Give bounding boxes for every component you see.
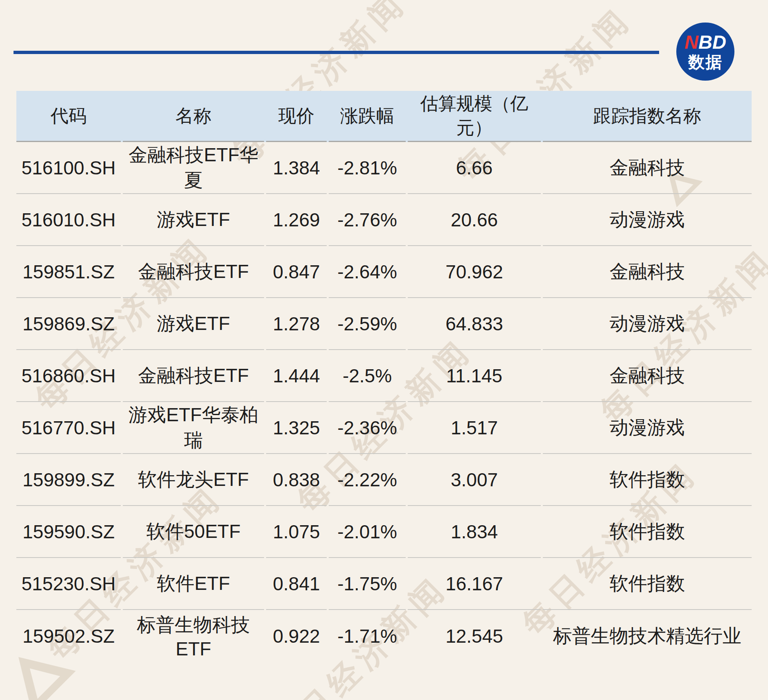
- cell-index: 动漫游戏: [543, 194, 752, 246]
- table-row: 516860.SH 金融科技ETF 1.444 -2.5% 11.145 金融科…: [16, 350, 752, 402]
- cell-name: 游戏ETF华泰柏瑞: [123, 402, 264, 454]
- cell-change: -1.71%: [329, 610, 406, 662]
- cell-index: 动漫游戏: [543, 402, 752, 454]
- cell-scale: 64.833: [408, 298, 541, 350]
- cell-scale: 16.167: [408, 558, 541, 610]
- cell-price: 1.384: [266, 142, 327, 194]
- cell-name: 标普生物科技ETF: [123, 610, 264, 662]
- nbd-logo: NBD 数据: [676, 23, 734, 81]
- cell-name: 软件50ETF: [123, 506, 264, 558]
- column-header-scale: 估算规模（亿元）: [408, 91, 541, 142]
- cell-code: 515230.SH: [16, 558, 121, 610]
- column-header-index: 跟踪指数名称: [543, 91, 752, 142]
- cell-change: -2.22%: [329, 454, 406, 506]
- cell-change: -1.75%: [329, 558, 406, 610]
- table-header-row: 代码 名称 现价 涨跌幅 估算规模（亿元） 跟踪指数名称: [16, 91, 752, 142]
- cell-code: 159502.SZ: [16, 610, 121, 662]
- cell-change: -2.59%: [329, 298, 406, 350]
- cell-price: 1.075: [266, 506, 327, 558]
- cell-index: 动漫游戏: [543, 298, 752, 350]
- cell-change: -2.64%: [329, 246, 406, 298]
- cell-name: 金融科技ETF华夏: [123, 142, 264, 194]
- cell-name: 软件ETF: [123, 558, 264, 610]
- column-header-change: 涨跌幅: [329, 91, 406, 142]
- cell-change: -2.01%: [329, 506, 406, 558]
- cell-name: 金融科技ETF: [123, 350, 264, 402]
- nbd-logo-text: NBD: [684, 32, 726, 52]
- cell-scale: 20.66: [408, 194, 541, 246]
- cell-index: 标普生物技术精选行业: [543, 610, 752, 662]
- table-row: 159851.SZ 金融科技ETF 0.847 -2.64% 70.962 金融…: [16, 246, 752, 298]
- etf-table: 代码 名称 现价 涨跌幅 估算规模（亿元） 跟踪指数名称 516100.SH 金…: [16, 91, 752, 662]
- cell-price: 0.922: [266, 610, 327, 662]
- cell-index: 软件指数: [543, 506, 752, 558]
- cell-change: -2.5%: [329, 350, 406, 402]
- cell-scale: 1.517: [408, 402, 541, 454]
- cell-code: 516770.SH: [16, 402, 121, 454]
- table-row: 159590.SZ 软件50ETF 1.075 -2.01% 1.834 软件指…: [16, 506, 752, 558]
- cell-code: 516010.SH: [16, 194, 121, 246]
- cell-scale: 70.962: [408, 246, 541, 298]
- table-row: 516770.SH 游戏ETF华泰柏瑞 1.325 -2.36% 1.517 动…: [16, 402, 752, 454]
- cell-code: 159851.SZ: [16, 246, 121, 298]
- cell-name: 游戏ETF: [123, 194, 264, 246]
- column-header-code: 代码: [16, 91, 121, 142]
- cell-price: 0.838: [266, 454, 327, 506]
- cell-code: 159869.SZ: [16, 298, 121, 350]
- header-divider-line: [14, 51, 659, 54]
- table-row: 159899.SZ 软件龙头ETF 0.838 -2.22% 3.007 软件指…: [16, 454, 752, 506]
- table-body: 516100.SH 金融科技ETF华夏 1.384 -2.81% 6.66 金融…: [16, 142, 752, 662]
- cell-code: 516860.SH: [16, 350, 121, 402]
- column-header-name: 名称: [123, 91, 264, 142]
- table-row: 159869.SZ 游戏ETF 1.278 -2.59% 64.833 动漫游戏: [16, 298, 752, 350]
- cell-price: 1.325: [266, 402, 327, 454]
- cell-scale: 6.66: [408, 142, 541, 194]
- cell-scale: 11.145: [408, 350, 541, 402]
- cell-scale: 12.545: [408, 610, 541, 662]
- table-row: 159502.SZ 标普生物科技ETF 0.922 -1.71% 12.545 …: [16, 610, 752, 662]
- cell-index: 金融科技: [543, 246, 752, 298]
- column-header-price: 现价: [266, 91, 327, 142]
- table-row: 516010.SH 游戏ETF 1.269 -2.76% 20.66 动漫游戏: [16, 194, 752, 246]
- cell-change: -2.81%: [329, 142, 406, 194]
- cell-code: 159899.SZ: [16, 454, 121, 506]
- cell-code: 516100.SH: [16, 142, 121, 194]
- cell-scale: 1.834: [408, 506, 541, 558]
- cell-price: 1.278: [266, 298, 327, 350]
- cell-index: 软件指数: [543, 454, 752, 506]
- cell-price: 0.847: [266, 246, 327, 298]
- cell-price: 1.444: [266, 350, 327, 402]
- cell-scale: 3.007: [408, 454, 541, 506]
- cell-name: 游戏ETF: [123, 298, 264, 350]
- cell-change: -2.36%: [329, 402, 406, 454]
- cell-change: -2.76%: [329, 194, 406, 246]
- cell-index: 金融科技: [543, 142, 752, 194]
- cell-price: 0.841: [266, 558, 327, 610]
- cell-index: 软件指数: [543, 558, 752, 610]
- table-row: 516100.SH 金融科技ETF华夏 1.384 -2.81% 6.66 金融…: [16, 142, 752, 194]
- cell-name: 软件龙头ETF: [123, 454, 264, 506]
- cell-index: 金融科技: [543, 350, 752, 402]
- nbd-etf-table-infographic: { "brand": { "logo_part_accent": "N", "l…: [0, 0, 768, 700]
- table-row: 515230.SH 软件ETF 0.841 -1.75% 16.167 软件指数: [16, 558, 752, 610]
- cell-name: 金融科技ETF: [123, 246, 264, 298]
- nbd-logo-subtext: 数据: [688, 53, 723, 71]
- cell-code: 159590.SZ: [16, 506, 121, 558]
- cell-price: 1.269: [266, 194, 327, 246]
